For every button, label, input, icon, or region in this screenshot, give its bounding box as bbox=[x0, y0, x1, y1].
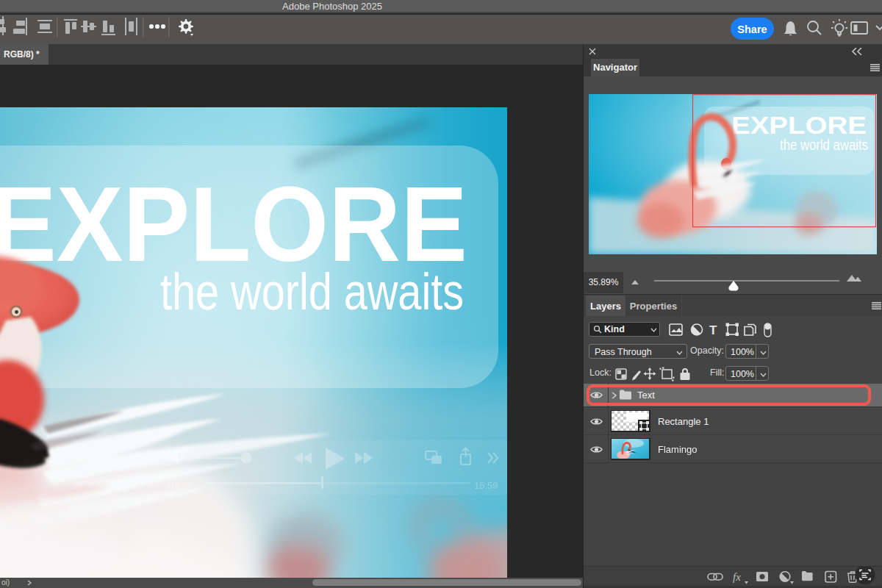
svg-text:Share: Share bbox=[737, 24, 767, 35]
svg-text:EXPLORE: EXPLORE bbox=[731, 111, 867, 139]
svg-text:the world awaits: the world awaits bbox=[780, 137, 868, 153]
svg-text:15:59: 15:59 bbox=[474, 480, 498, 491]
svg-text:fx: fx bbox=[733, 571, 741, 583]
svg-text:T: T bbox=[709, 323, 717, 337]
svg-text:07:27: 07:27 bbox=[168, 480, 193, 491]
svg-text:the world awaits: the world awaits bbox=[160, 262, 464, 320]
